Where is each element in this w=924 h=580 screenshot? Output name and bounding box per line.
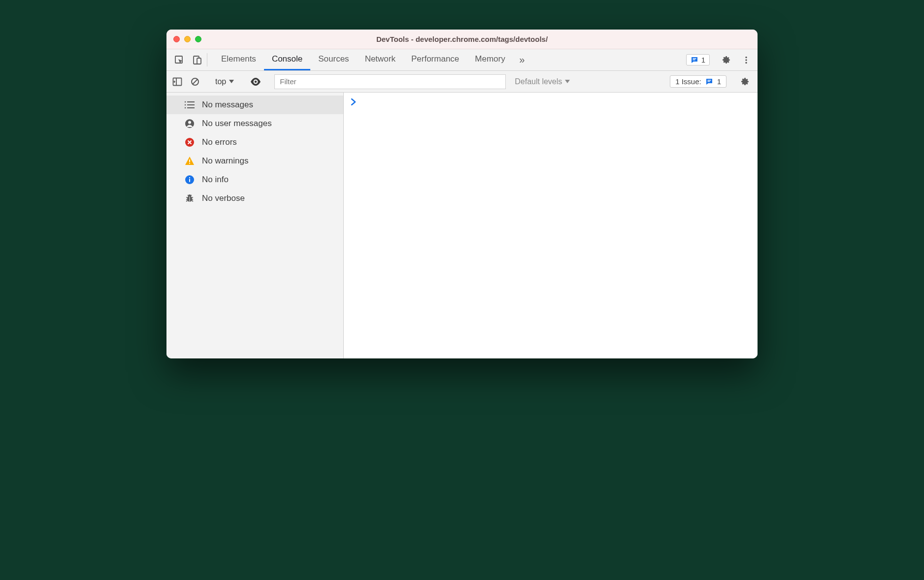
minimize-window-button[interactable] — [184, 36, 191, 42]
sidebar-item-label: No errors — [202, 137, 237, 147]
svg-point-16 — [185, 107, 186, 109]
tab-console[interactable]: Console — [264, 49, 310, 70]
tabs-bar: Elements Console Sources Network Perform… — [166, 49, 758, 71]
svg-rect-23 — [189, 179, 190, 182]
context-selector[interactable]: top — [212, 77, 237, 86]
live-expression-button[interactable] — [247, 74, 264, 89]
levels-label: Default levels — [515, 77, 562, 86]
sidebar-item-label: No verbose — [202, 193, 245, 203]
issues-button[interactable]: 1 Issue: 1 — [670, 75, 726, 88]
tab-sources[interactable]: Sources — [310, 49, 357, 70]
svg-point-14 — [185, 101, 186, 103]
svg-point-3 — [745, 56, 747, 58]
maximize-window-button[interactable] — [195, 36, 201, 42]
window-controls — [173, 36, 201, 42]
console-sidebar: No messages No user messages No errors N… — [166, 93, 344, 358]
bug-icon — [184, 193, 195, 204]
svg-point-4 — [745, 59, 747, 61]
settings-button[interactable] — [718, 52, 735, 68]
svg-point-15 — [185, 104, 186, 106]
svg-rect-21 — [189, 163, 190, 164]
tab-network[interactable]: Network — [357, 49, 403, 70]
titlebar: DevTools - developer.chrome.com/tags/dev… — [166, 30, 758, 49]
svg-rect-2 — [197, 58, 201, 64]
more-tabs-button[interactable]: » — [513, 49, 531, 70]
more-vertical-icon — [742, 56, 751, 64]
tab-elements[interactable]: Elements — [213, 49, 264, 70]
chat-icon — [691, 56, 698, 64]
tabs-right-controls: 1 — [686, 49, 758, 70]
sidebar-item-user-messages[interactable]: No user messages — [166, 114, 343, 133]
filter-input[interactable] — [274, 74, 506, 89]
context-label: top — [215, 77, 226, 86]
sidebar-item-label: No messages — [202, 100, 253, 110]
clear-console-button[interactable] — [188, 74, 202, 89]
svg-rect-20 — [189, 160, 190, 162]
sidebar-item-messages[interactable]: No messages — [166, 96, 343, 114]
chevron-down-icon — [229, 80, 234, 84]
chat-icon — [705, 78, 713, 86]
sidebar-item-errors[interactable]: No errors — [166, 133, 343, 152]
more-menu-button[interactable] — [738, 52, 755, 68]
list-icon — [184, 99, 195, 110]
console-output-area[interactable] — [344, 93, 758, 358]
console-prompt-icon — [351, 98, 751, 105]
svg-point-5 — [745, 62, 747, 63]
devtools-window: DevTools - developer.chrome.com/tags/dev… — [166, 30, 758, 358]
console-toolbar: top Default levels 1 Issue: 1 — [166, 71, 758, 93]
svg-rect-24 — [189, 177, 190, 178]
close-window-button[interactable] — [173, 36, 180, 42]
gear-icon — [740, 77, 750, 87]
sidebar-item-info[interactable]: No info — [166, 170, 343, 189]
messages-badge[interactable]: 1 — [686, 54, 710, 65]
svg-point-18 — [188, 121, 191, 124]
device-toolbar-icon[interactable] — [188, 49, 206, 70]
messages-count: 1 — [701, 56, 705, 64]
separator — [207, 53, 207, 66]
console-settings-button[interactable] — [737, 73, 754, 90]
info-icon — [184, 174, 195, 185]
sidebar-item-warnings[interactable]: No warnings — [166, 152, 343, 170]
gear-icon — [722, 55, 731, 65]
warning-icon — [184, 156, 195, 166]
inspect-element-icon[interactable] — [170, 49, 188, 70]
svg-line-9 — [193, 79, 198, 84]
tab-performance[interactable]: Performance — [403, 49, 467, 70]
tab-memory[interactable]: Memory — [467, 49, 513, 70]
user-icon — [184, 118, 195, 129]
log-levels-selector[interactable]: Default levels — [510, 77, 575, 86]
sidebar-item-label: No info — [202, 175, 229, 185]
window-title: DevTools - developer.chrome.com/tags/dev… — [166, 35, 758, 43]
svg-point-10 — [255, 80, 257, 83]
toggle-sidebar-button[interactable] — [170, 74, 184, 89]
console-body: No messages No user messages No errors N… — [166, 93, 758, 358]
error-icon — [184, 137, 195, 148]
sidebar-item-verbose[interactable]: No verbose — [166, 189, 343, 208]
issues-count: 1 — [717, 77, 721, 86]
panel-tabs: Elements Console Sources Network Perform… — [213, 49, 513, 70]
issues-label: 1 Issue: — [675, 77, 701, 86]
sidebar-item-label: No user messages — [202, 119, 272, 129]
sidebar-item-label: No warnings — [202, 156, 249, 166]
chevron-down-icon — [565, 80, 570, 84]
